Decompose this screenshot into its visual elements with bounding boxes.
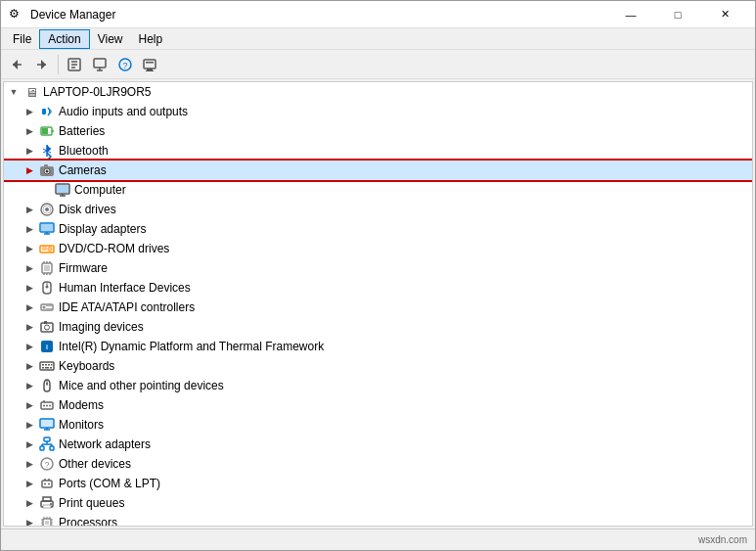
label-display: Display adapters — [57, 222, 146, 236]
svg-rect-27 — [44, 164, 48, 167]
label-dvd: DVD/CD-ROM drives — [57, 242, 169, 255]
tree-item-mice[interactable]: ▶ Mice and other pointing devices — [4, 376, 752, 395]
tree-item-computer[interactable]: ▶ Computer — [4, 180, 752, 200]
label-computer: Computer — [72, 183, 126, 197]
expand-intel[interactable]: ▶ — [22, 339, 37, 354]
expand-other[interactable]: ▶ — [22, 456, 37, 472]
expand-processors[interactable]: ▶ — [22, 515, 37, 527]
icon-batteries — [39, 123, 55, 139]
label-audio: Audio inputs and outputs — [57, 105, 188, 118]
icon-disk — [39, 202, 55, 217]
expand-batteries[interactable]: ▶ — [22, 123, 37, 139]
expand-hid[interactable]: ▶ — [22, 280, 37, 296]
expand-bluetooth[interactable]: ▶ — [22, 143, 37, 159]
tree-item-audio[interactable]: ▶ Audio inputs and outputs — [4, 102, 752, 121]
tree-item-imaging[interactable]: ▶ Imaging devices — [4, 317, 752, 337]
menu-view[interactable]: View — [90, 30, 131, 48]
svg-text:?: ? — [44, 460, 49, 470]
svg-rect-71 — [50, 367, 52, 369]
tree-item-monitors[interactable]: ▶ Monitors — [4, 415, 752, 435]
tree-item-intel[interactable]: ▶ i Intel(R) Dynamic Platform and Therma… — [4, 337, 752, 356]
icon-modems — [39, 397, 55, 413]
tree-item-dvd[interactable]: ▶ DVD/CD-ROM drives — [4, 239, 752, 258]
title-bar-controls: — □ ✕ — [608, 5, 747, 24]
expand-keyboards[interactable]: ▶ — [22, 358, 37, 374]
minimize-button[interactable]: — — [608, 5, 653, 24]
expand-disk[interactable]: ▶ — [22, 202, 37, 217]
svg-point-56 — [43, 306, 46, 309]
maximize-button[interactable]: □ — [655, 5, 700, 24]
svg-rect-59 — [41, 323, 53, 332]
svg-rect-70 — [45, 367, 49, 369]
tree-item-ports[interactable]: ▶ Ports (COM & LPT) — [4, 474, 752, 493]
menu-file[interactable]: File — [5, 30, 39, 48]
expand-cameras[interactable]: ▶ — [22, 162, 37, 178]
svg-point-41 — [49, 249, 50, 250]
svg-point-100 — [50, 503, 52, 505]
expand-imaging[interactable]: ▶ — [22, 319, 37, 335]
tree-item-network[interactable]: ▶ Network adapters — [4, 435, 752, 454]
label-imaging: Imaging devices — [57, 320, 144, 334]
expand-modems[interactable]: ▶ — [22, 397, 37, 413]
tree-item-root[interactable]: ▼ 🖥 LAPTOP-0LJR9OR5 — [4, 82, 752, 102]
expand-firmware[interactable]: ▶ — [22, 260, 37, 276]
expand-ide[interactable]: ▶ — [22, 299, 37, 315]
label-bluetooth: Bluetooth — [57, 144, 109, 158]
icon-ide — [39, 299, 55, 315]
svg-rect-85 — [50, 446, 54, 450]
help-button[interactable]: ? — [113, 53, 137, 76]
svg-rect-69 — [42, 367, 44, 369]
window-title: Device Manager — [30, 8, 115, 22]
expand-print[interactable]: ▶ — [22, 495, 37, 511]
close-button[interactable]: ✕ — [702, 5, 747, 24]
tree-item-display[interactable]: ▶ Display adapters — [4, 219, 752, 239]
toolbar-separator-1 — [58, 55, 59, 74]
label-batteries: Batteries — [57, 124, 105, 138]
label-cameras: Cameras — [57, 163, 107, 177]
tree-item-cameras[interactable]: ▶ Cameras — [4, 161, 752, 180]
device-tree[interactable]: ▼ 🖥 LAPTOP-0LJR9OR5 ▶ Audio inputs and o… — [3, 81, 753, 527]
expand-mice[interactable]: ▶ — [22, 378, 37, 393]
icon-ports — [39, 476, 55, 491]
svg-point-94 — [48, 483, 50, 485]
expand-display[interactable]: ▶ — [22, 221, 37, 237]
menu-action[interactable]: Action — [39, 29, 89, 49]
expand-ports[interactable]: ▶ — [22, 476, 37, 491]
tree-item-modems[interactable]: ▶ Modems — [4, 395, 752, 415]
svg-point-77 — [49, 405, 51, 407]
scan-button[interactable] — [139, 53, 162, 76]
expand-network[interactable]: ▶ — [22, 436, 37, 452]
expand-dvd[interactable]: ▶ — [22, 241, 37, 256]
svg-rect-64 — [40, 362, 54, 370]
properties-button[interactable] — [63, 53, 86, 76]
menu-help[interactable]: Help — [131, 30, 171, 48]
tree-item-print[interactable]: ▶ Print queues — [4, 493, 752, 513]
svg-rect-80 — [41, 420, 53, 427]
tree-item-disk[interactable]: ▶ Disk drives — [4, 200, 752, 219]
expand-root[interactable]: ▼ — [6, 84, 22, 100]
forward-button[interactable] — [30, 53, 54, 76]
svg-text:i: i — [46, 344, 48, 350]
tree-item-keyboards[interactable]: ▶ Keyboards — [4, 356, 752, 376]
svg-text:?: ? — [122, 61, 127, 70]
svg-rect-66 — [45, 364, 47, 366]
title-bar: ⚙ Device Manager — □ ✕ — [1, 1, 755, 28]
tree-item-batteries[interactable]: ▶ Batteries — [4, 121, 752, 141]
back-button[interactable] — [5, 53, 28, 76]
update-driver-button[interactable] — [88, 53, 111, 76]
icon-other: ? — [39, 456, 55, 472]
expand-audio[interactable]: ▶ — [22, 104, 37, 119]
tree-item-ide[interactable]: ▶ IDE ATA/ATAPI controllers — [4, 298, 752, 317]
label-root: LAPTOP-0LJR9OR5 — [41, 85, 152, 99]
svg-rect-98 — [43, 497, 51, 501]
tree-item-hid[interactable]: ▶ Human Interface Devices — [4, 278, 752, 298]
icon-intel: i — [39, 339, 55, 354]
label-processors: Processors — [57, 516, 117, 527]
tree-item-bluetooth[interactable]: ▶ Bluetooth — [4, 141, 752, 161]
svg-point-75 — [43, 405, 45, 407]
tree-item-processors[interactable]: ▶ — [4, 513, 752, 527]
tree-item-other[interactable]: ▶ ? Other devices — [4, 454, 752, 474]
expand-monitors[interactable]: ▶ — [22, 417, 37, 433]
svg-rect-16 — [146, 62, 154, 64]
tree-item-firmware[interactable]: ▶ Firmware — [4, 258, 752, 278]
